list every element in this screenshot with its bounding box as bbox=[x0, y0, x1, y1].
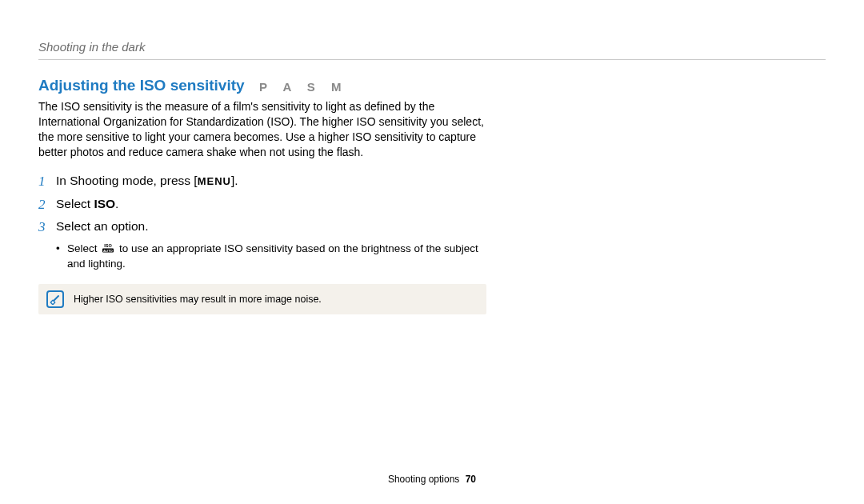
step-number: 3 bbox=[38, 218, 56, 237]
footer-section: Shooting options bbox=[388, 474, 459, 485]
page: Shooting in the dark Adjusting the ISO s… bbox=[0, 0, 864, 504]
page-header: Shooting in the dark bbox=[38, 40, 145, 54]
note-icon bbox=[46, 290, 64, 308]
bullet-text: Select ISOAUTO to use an appropriate ISO… bbox=[67, 242, 486, 271]
step-bold: ISO bbox=[94, 197, 115, 210]
note-box: Higher ISO sensitivities may result in m… bbox=[38, 284, 486, 314]
mode-tags: P A S M bbox=[259, 80, 347, 94]
step-number: 1 bbox=[38, 173, 56, 191]
main-content: Adjusting the ISO sensitivity P A S M Th… bbox=[38, 77, 486, 314]
section-title: Adjusting the ISO sensitivity bbox=[38, 77, 245, 94]
page-footer: Shooting options 70 bbox=[0, 474, 864, 485]
section-heading-row: Adjusting the ISO sensitivity P A S M bbox=[38, 77, 486, 94]
bullet-suffix: to use an appropriate ISO sensitivity ba… bbox=[67, 242, 478, 270]
bullet-marker: • bbox=[56, 242, 67, 271]
step-text: Select an option. bbox=[56, 218, 148, 235]
step-3: 3 Select an option. bbox=[38, 218, 486, 237]
note-text: Higher ISO sensitivities may result in m… bbox=[74, 294, 322, 305]
header-divider bbox=[38, 59, 826, 60]
step-suffix: . bbox=[115, 197, 118, 210]
step-text: Select ISO. bbox=[56, 196, 118, 213]
section-intro: The ISO sensitivity is the measure of a … bbox=[38, 99, 486, 160]
sub-bullets: • Select ISOAUTO to use an appropriate I… bbox=[38, 242, 486, 271]
step-prefix: In Shooting mode, press [ bbox=[56, 174, 198, 187]
step-2: 2 Select ISO. bbox=[38, 196, 486, 214]
bullet-prefix: Select bbox=[67, 242, 100, 254]
step-1: 1 In Shooting mode, press [MENU]. bbox=[38, 173, 486, 191]
step-text: In Shooting mode, press [MENU]. bbox=[56, 173, 238, 190]
iso-auto-icon: ISOAUTO bbox=[100, 242, 116, 257]
bullet-item: • Select ISOAUTO to use an appropriate I… bbox=[56, 242, 486, 271]
step-number: 2 bbox=[38, 196, 56, 214]
step-suffix: ]. bbox=[231, 174, 238, 187]
step-prefix: Select bbox=[56, 197, 94, 210]
footer-page-number: 70 bbox=[466, 474, 476, 485]
svg-text:AUTO: AUTO bbox=[103, 248, 114, 252]
menu-button-label: MENU bbox=[198, 174, 231, 189]
steps-list: 1 In Shooting mode, press [MENU]. 2 Sele… bbox=[38, 173, 486, 272]
svg-text:ISO: ISO bbox=[105, 243, 113, 248]
